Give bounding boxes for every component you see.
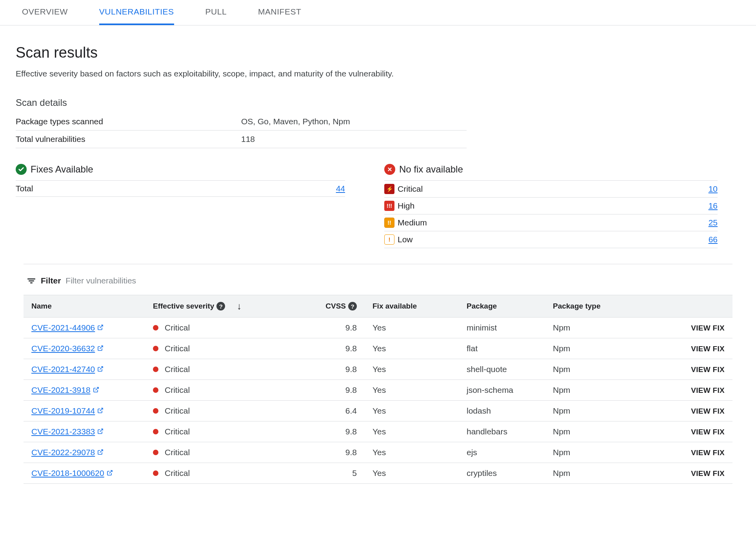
severity-count-link[interactable]: 66 xyxy=(709,235,718,244)
view-fix-button[interactable]: VIEW FIX xyxy=(691,407,725,415)
fix-available-value: Yes xyxy=(365,421,459,442)
tab-overview[interactable]: OVERVIEW xyxy=(22,0,68,25)
cve-link[interactable]: CVE-2022-29078 xyxy=(31,448,104,457)
external-link-icon xyxy=(97,427,104,436)
check-icon xyxy=(16,164,27,175)
tab-manifest[interactable]: MANIFEST xyxy=(258,0,301,25)
th-cvss[interactable]: CVSS xyxy=(325,302,346,310)
severity-badge-icon: ! xyxy=(384,234,394,245)
total-vulns-value: 118 xyxy=(241,131,467,148)
severity-dot-icon xyxy=(153,367,158,372)
th-severity[interactable]: Effective severity xyxy=(153,302,214,310)
th-package[interactable]: Package xyxy=(467,302,497,310)
view-fix-button[interactable]: VIEW FIX xyxy=(691,386,725,394)
no-fix-section: No fix available ⚡Critical10!!!High16!!M… xyxy=(384,164,718,248)
severity-dot-icon xyxy=(153,470,158,476)
th-name[interactable]: Name xyxy=(31,302,52,310)
severity-text: Critical xyxy=(165,323,190,332)
svg-line-7 xyxy=(100,429,103,432)
fixes-total-label: Total xyxy=(16,184,33,193)
package-value: lodash xyxy=(459,401,545,421)
tabs: OVERVIEW VULNERABILITIES PULL MANIFEST xyxy=(0,0,756,25)
cvss-value: 9.8 xyxy=(274,421,365,442)
filter-bar: Filter xyxy=(24,271,732,295)
fix-available-value: Yes xyxy=(365,318,459,338)
fixes-total-link[interactable]: 44 xyxy=(336,184,345,193)
external-link-icon xyxy=(97,344,104,353)
cve-link[interactable]: CVE-2021-3918 xyxy=(31,385,99,395)
view-fix-button[interactable]: VIEW FIX xyxy=(691,428,725,436)
cvss-value: 9.8 xyxy=(274,359,365,380)
package-value: shell-quote xyxy=(459,359,545,380)
severity-dot-icon xyxy=(153,429,158,434)
cvss-value: 9.8 xyxy=(274,318,365,338)
fixes-available-section: Fixes Available Total 44 xyxy=(16,164,345,248)
severity-text: Critical xyxy=(165,427,190,436)
table-row: CVE-2019-10744 Critical6.4YeslodashNpmVI… xyxy=(24,401,732,421)
view-fix-button[interactable]: VIEW FIX xyxy=(691,324,725,332)
package-types-label: Package types scanned xyxy=(16,113,241,131)
help-icon[interactable]: ? xyxy=(216,302,225,310)
x-icon xyxy=(384,164,395,175)
vulnerabilities-table: Name Effective severity ? ↓ CVSS ? xyxy=(24,295,732,484)
severity-dot-icon xyxy=(153,387,158,393)
cve-link[interactable]: CVE-2021-44906 xyxy=(31,323,104,332)
severity-text: Critical xyxy=(165,448,190,457)
th-fix[interactable]: Fix available xyxy=(373,302,417,310)
view-fix-button[interactable]: VIEW FIX xyxy=(691,469,725,478)
severity-badge-icon: !! xyxy=(384,218,394,228)
cvss-value: 9.8 xyxy=(274,380,365,401)
severity-label: Low xyxy=(398,235,413,244)
view-fix-button[interactable]: VIEW FIX xyxy=(691,448,725,457)
table-row: CVE-2021-42740 Critical9.8Yesshell-quote… xyxy=(24,359,732,380)
filter-input[interactable] xyxy=(65,276,729,285)
sort-arrow-down-icon[interactable]: ↓ xyxy=(237,301,242,312)
package-type-value: Npm xyxy=(545,442,635,463)
cve-link[interactable]: CVE-2019-10744 xyxy=(31,406,104,416)
cvss-value: 5 xyxy=(274,463,365,484)
table-row: CVE-2022-29078 Critical9.8YesejsNpmVIEW … xyxy=(24,442,732,463)
package-type-value: Npm xyxy=(545,401,635,421)
external-link-icon xyxy=(97,406,104,416)
severity-count-link[interactable]: 25 xyxy=(709,218,718,227)
cve-link[interactable]: CVE-2021-42740 xyxy=(31,365,104,374)
cvss-value: 9.8 xyxy=(274,442,365,463)
fix-available-value: Yes xyxy=(365,442,459,463)
view-fix-button[interactable]: VIEW FIX xyxy=(691,365,725,374)
severity-count-link[interactable]: 16 xyxy=(709,201,718,210)
tab-vulnerabilities[interactable]: VULNERABILITIES xyxy=(99,0,174,25)
svg-line-5 xyxy=(95,387,98,390)
scan-details-heading: Scan details xyxy=(16,97,740,108)
package-value: ejs xyxy=(459,442,545,463)
help-icon[interactable]: ? xyxy=(348,302,357,310)
tab-pull[interactable]: PULL xyxy=(205,0,227,25)
severity-count-link[interactable]: 10 xyxy=(709,184,718,193)
package-value: json-schema xyxy=(459,380,545,401)
severity-label: High xyxy=(398,201,414,211)
cvss-value: 6.4 xyxy=(274,401,365,421)
table-row: CVE-2021-44906 Critical9.8YesminimistNpm… xyxy=(24,318,732,338)
severity-dot-icon xyxy=(153,450,158,455)
severity-badge-icon: ⚡ xyxy=(384,184,394,194)
table-row: CVE-2020-36632 Critical9.8YesflatNpmVIEW… xyxy=(24,338,732,359)
svg-line-2 xyxy=(100,325,103,328)
fix-available-value: Yes xyxy=(365,380,459,401)
cve-link[interactable]: CVE-2018-1000620 xyxy=(31,468,113,478)
severity-dot-icon xyxy=(153,325,158,330)
external-link-icon xyxy=(93,385,99,395)
view-fix-button[interactable]: VIEW FIX xyxy=(691,345,725,353)
severity-badge-icon: !!! xyxy=(384,201,394,211)
svg-line-3 xyxy=(100,346,103,349)
th-ptype[interactable]: Package type xyxy=(553,302,600,310)
package-value: cryptiles xyxy=(459,463,545,484)
severity-text: Critical xyxy=(165,468,190,478)
cve-link[interactable]: CVE-2021-23383 xyxy=(31,427,104,436)
package-type-value: Npm xyxy=(545,318,635,338)
severity-text: Critical xyxy=(165,406,190,416)
package-type-value: Npm xyxy=(545,338,635,359)
cve-link[interactable]: CVE-2020-36632 xyxy=(31,344,104,353)
package-value: flat xyxy=(459,338,545,359)
severity-text: Critical xyxy=(165,385,190,395)
fixes-available-heading: Fixes Available xyxy=(31,164,93,175)
external-link-icon xyxy=(97,323,104,332)
